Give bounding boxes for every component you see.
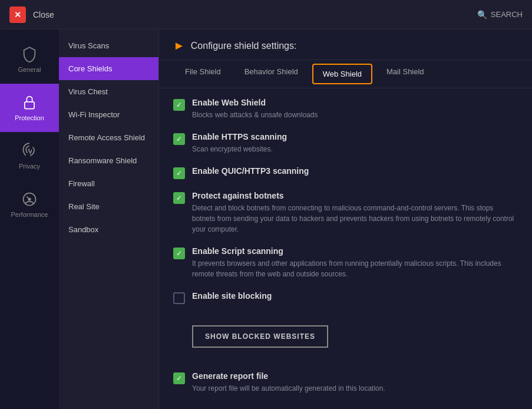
shield-icon (21, 46, 38, 62)
setting-script-scanning: ✓ Enable Script scanning It prevents bro… (173, 246, 518, 279)
setting-title-https: Enable HTTPS scanning (192, 132, 287, 141)
icon-sidebar: General Protection Privacy (0, 29, 59, 409)
setting-title-botnets: Protect against botnets (192, 191, 518, 200)
checkbox-site-blocking[interactable] (173, 292, 185, 304)
speedometer-icon (21, 191, 38, 207)
protection-label: Protection (15, 114, 44, 121)
secondary-sidebar: Virus Scans Core Shields Virus Chest Wi-… (59, 29, 159, 409)
setting-text-web-shield: Enable Web Shield Blocks web attacks & u… (192, 98, 318, 120)
title-bar: ✕ Close 🔍 SEARCH (0, 0, 532, 29)
sidebar-item-core-shields[interactable]: Core Shields (59, 57, 158, 80)
configure-title: Configure shield settings: (191, 41, 297, 51)
close-button[interactable]: ✕ (9, 6, 26, 23)
sidebar-item-ransomware[interactable]: Ransomware Shield (59, 149, 158, 172)
setting-https-scanning: ✓ Enable HTTPS scanning Scan encrypted w… (173, 132, 518, 154)
setting-site-blocking: Enable site blocking (173, 291, 518, 304)
privacy-label: Privacy (19, 163, 40, 170)
svg-point-2 (28, 198, 31, 200)
show-blocked-button[interactable]: SHOW BLOCKED WEBSITES (192, 325, 328, 348)
search-icon: 🔍 (477, 10, 487, 19)
setting-text-site-blocking: Enable site blocking (192, 291, 272, 303)
configure-header: ► Configure shield settings: (159, 29, 532, 60)
tabs-row: File Shield Behavior Shield Web Shield M… (159, 60, 532, 88)
title-bar-left: ✕ Close (9, 6, 54, 23)
setting-title-script: Enable Script scanning (192, 246, 518, 256)
search-area[interactable]: 🔍 SEARCH (477, 10, 523, 19)
checkbox-enable-web-shield[interactable]: ✓ (173, 99, 185, 111)
settings-list: ✓ Enable Web Shield Blocks web attacks &… (159, 88, 532, 325)
setting-text-https: Enable HTTPS scanning Scan encrypted web… (192, 132, 287, 154)
setting-generate-report: ✓ Generate report file Your report file … (173, 371, 518, 394)
sidebar-item-firewall[interactable]: Firewall (59, 172, 158, 195)
setting-text-botnets: Protect against botnets Detect and block… (192, 191, 518, 235)
sidebar-item-privacy[interactable]: Privacy (0, 132, 59, 180)
window-title: Close (33, 10, 54, 19)
setting-desc-botnets: Detect and block botnets from connecting… (192, 203, 518, 235)
setting-desc-script: It prevents browsers and other applicati… (192, 258, 518, 279)
tab-file-shield[interactable]: File Shield (173, 60, 233, 88)
setting-title-site-blocking: Enable site blocking (192, 291, 272, 301)
generate-report-section: ✓ Generate report file Your report file … (159, 371, 532, 409)
fingerprint-icon (21, 143, 38, 159)
sidebar-item-performance[interactable]: Performance (0, 180, 59, 229)
content-area: ► Configure shield settings: File Shield… (159, 29, 532, 409)
checkbox-generate-report[interactable]: ✓ (173, 372, 185, 384)
sidebar-item-virus-chest[interactable]: Virus Chest (59, 80, 158, 103)
main-layout: General Protection Privacy (0, 29, 532, 409)
setting-botnets: ✓ Protect against botnets Detect and blo… (173, 191, 518, 235)
search-label: SEARCH (491, 10, 523, 19)
setting-title-quic: Enable QUIC/HTTP3 scanning (192, 166, 309, 176)
setting-desc-https: Scan encrypted websites. (192, 144, 287, 154)
setting-desc-report: Your report file will be automatically g… (192, 383, 385, 394)
arrow-right-icon: ► (173, 39, 185, 52)
sidebar-item-real-site[interactable]: Real Site (59, 195, 158, 218)
setting-text-report: Generate report file Your report file wi… (192, 371, 385, 394)
checkbox-https-scanning[interactable]: ✓ (173, 133, 185, 145)
tab-web-shield[interactable]: Web Shield (312, 64, 372, 84)
sidebar-item-general[interactable]: General (0, 35, 59, 84)
checkbox-botnets[interactable]: ✓ (173, 192, 185, 204)
svg-rect-0 (25, 102, 34, 109)
setting-desc-web-shield: Blocks web attacks & unsafe downloads (192, 110, 318, 120)
setting-enable-web-shield: ✓ Enable Web Shield Blocks web attacks &… (173, 98, 518, 120)
tab-mail-shield[interactable]: Mail Shield (375, 60, 436, 88)
setting-title-web-shield: Enable Web Shield (192, 98, 318, 107)
setting-title-report: Generate report file (192, 371, 385, 381)
sidebar-item-virus-scans[interactable]: Virus Scans (59, 34, 158, 57)
setting-text-script: Enable Script scanning It prevents brows… (192, 246, 518, 279)
general-label: General (18, 66, 41, 73)
setting-text-quic: Enable QUIC/HTTP3 scanning (192, 166, 309, 178)
setting-quic: ✓ Enable QUIC/HTTP3 scanning (173, 166, 518, 179)
sidebar-item-protection[interactable]: Protection (0, 84, 59, 132)
sidebar-item-wifi-inspector[interactable]: Wi-Fi Inspector (59, 103, 158, 126)
tab-behavior-shield[interactable]: Behavior Shield (233, 60, 310, 88)
checkbox-script-scanning[interactable]: ✓ (173, 248, 185, 259)
sidebar-item-sandbox[interactable]: Sandbox (59, 218, 158, 241)
sidebar-item-remote-access[interactable]: Remote Access Shield (59, 126, 158, 149)
checkbox-quic[interactable]: ✓ (173, 167, 185, 179)
performance-label: Performance (11, 211, 48, 218)
lock-icon (21, 94, 38, 111)
